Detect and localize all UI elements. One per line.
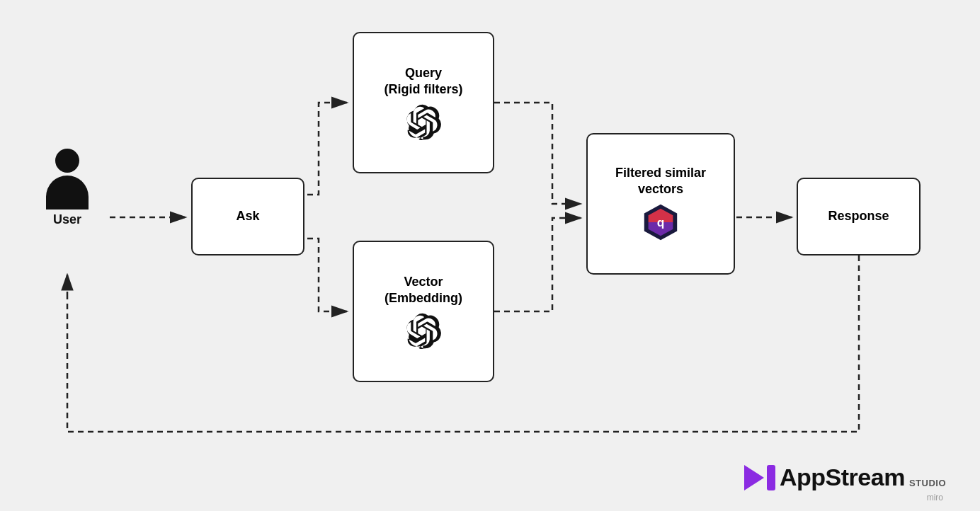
qdrant-icon: q	[640, 202, 681, 243]
svg-text:q: q	[657, 215, 665, 229]
query-node: Query(Rigid filters)	[353, 32, 494, 173]
openai-icon-query	[405, 103, 442, 140]
user-avatar	[39, 149, 96, 205]
user-head	[55, 149, 79, 173]
ask-label: Ask	[236, 208, 259, 224]
ask-node: Ask	[191, 178, 304, 256]
appstream-icon	[744, 465, 775, 490]
response-node: Response	[797, 178, 921, 256]
user-figure: User	[39, 149, 96, 227]
vector-node: Vector(Embedding)	[353, 241, 494, 382]
appstream-name-text: AppStream	[780, 464, 905, 491]
svg-marker-8	[744, 465, 764, 490]
svg-rect-9	[767, 465, 775, 490]
appstream-branding: AppStream STUDIO	[744, 464, 946, 491]
appstream-studio-text: STUDIO	[909, 478, 946, 488]
diagram-canvas: User Ask Query(Rigid filters) Vector(Emb…	[0, 0, 980, 511]
user-torso	[46, 176, 89, 209]
query-label: Query(Rigid filters)	[384, 65, 463, 98]
response-label: Response	[828, 208, 889, 224]
vector-label: Vector(Embedding)	[384, 274, 462, 307]
filtered-node: Filtered similarvectors q	[586, 133, 735, 275]
miro-label: miro	[927, 493, 943, 503]
openai-icon-vector	[405, 312, 442, 349]
filtered-label: Filtered similarvectors	[615, 165, 706, 198]
user-label: User	[53, 212, 81, 227]
